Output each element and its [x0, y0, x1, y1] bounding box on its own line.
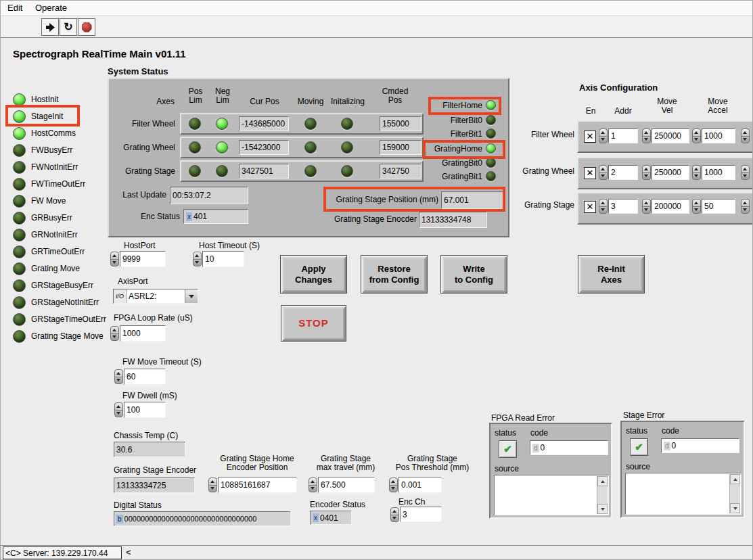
digital-status-indicator: b00000000000000000000000000000000	[114, 511, 291, 526]
scroll-down-icon[interactable]	[730, 503, 740, 513]
col-header-neg-lim: Neg Lim	[211, 87, 234, 105]
en-checkbox-grating-stage[interactable]	[584, 201, 596, 213]
fpga-source-indicator[interactable]	[494, 475, 609, 515]
scroll-up-icon[interactable]	[730, 474, 740, 484]
fw-dwell-spinner[interactable]	[114, 402, 123, 417]
en-checkbox-filter-wheel[interactable]	[584, 131, 596, 143]
led-hostcomms	[13, 127, 26, 140]
labview-front-panel: Edit Operate ↻ Spectrograph RealTime Mai…	[0, 0, 753, 560]
move-accel-input[interactable]: 1000	[702, 129, 735, 143]
abort-button[interactable]	[78, 18, 95, 36]
system-status-title: System Status	[108, 67, 168, 76]
led-grstagenotiniterr	[13, 296, 26, 309]
abort-icon	[82, 22, 92, 32]
enc-ch-spinner[interactable]	[390, 507, 399, 522]
fpga-code-label: code	[530, 429, 548, 438]
move-accel-spinner[interactable]	[692, 165, 701, 180]
move-accel-input[interactable]: 50	[702, 199, 735, 214]
col-header-initalizing: Initalizing	[326, 97, 369, 106]
gs-cur-pos-indicator: 3427501	[239, 164, 289, 179]
run-button[interactable]	[41, 18, 59, 36]
addr-spinner[interactable]	[599, 165, 608, 180]
stage-source-indicator[interactable]	[625, 473, 741, 515]
fpga-status-indicator: ✔	[499, 440, 517, 458]
led-gs-moving	[304, 165, 317, 177]
led-gw-neg-lim	[216, 141, 228, 154]
stage-code-label: code	[662, 427, 679, 436]
row-label-grating-stage: Grating Stage	[108, 167, 175, 176]
addr-input[interactable]: 2	[608, 165, 638, 180]
last-update-label: Last Update	[112, 191, 166, 200]
gs-home-encoder-input[interactable]: 10885161687	[218, 477, 297, 493]
fw-move-timeout-input[interactable]: 60	[124, 369, 166, 385]
led-label: StageInit	[31, 112, 63, 121]
scrollbar[interactable]	[729, 474, 740, 513]
run-continuous-icon: ↻	[64, 22, 72, 32]
fpga-loop-rate-spinner[interactable]	[110, 326, 119, 341]
fw-dwell-input[interactable]: 100	[124, 402, 166, 418]
scroll-left-icon[interactable]: <	[126, 547, 131, 557]
addr-input[interactable]: 1	[608, 129, 638, 143]
move-vel-spinner[interactable]	[642, 199, 651, 214]
move-vel-spinner[interactable]	[642, 165, 651, 180]
en-checkbox-grating-wheel[interactable]	[584, 167, 596, 179]
fpga-loop-rate-input[interactable]: 1000	[120, 325, 166, 342]
extra-spinner[interactable]	[741, 129, 750, 143]
restore-from-config-button[interactable]: Restore from Config	[361, 255, 428, 294]
gs-pos-threshold-spinner[interactable]	[389, 477, 398, 492]
gs-max-travel-spinner[interactable]	[309, 477, 317, 492]
menu-operate[interactable]: Operate	[35, 3, 67, 13]
led-fwnotiniterr	[13, 161, 26, 174]
scroll-down-icon[interactable]	[597, 504, 608, 514]
fw-cur-pos-indicator: -143685000	[239, 116, 289, 131]
move-accel-spinner[interactable]	[692, 129, 701, 143]
apply-changes-button[interactable]: Apply Changes	[280, 255, 347, 294]
visa-io-icon: I/O	[114, 289, 127, 303]
stop-button[interactable]: STOP	[281, 305, 346, 342]
scrollbar[interactable]	[597, 476, 608, 514]
write-to-config-button[interactable]: Write to Config	[440, 255, 507, 294]
col-header-moving: Moving	[292, 97, 329, 106]
move-vel-spinner[interactable]	[642, 129, 651, 143]
gs-pos-threshold-input[interactable]: 0.001	[398, 477, 442, 493]
led-gratingbit1	[486, 171, 496, 181]
stage-source-label: source	[626, 463, 650, 471]
axisport-combo[interactable]: I/O ASRL2:	[113, 289, 198, 304]
run-icon	[45, 22, 55, 32]
chassis-temp-indicator: 30.6	[114, 442, 185, 457]
extra-spinner[interactable]	[741, 199, 750, 214]
row-label-grating-wheel: Grating Wheel	[108, 143, 175, 152]
page-title: Spectrograph RealTime Main v01.11	[13, 48, 186, 60]
chevron-down-icon[interactable]	[185, 289, 198, 303]
fw-move-timeout-spinner[interactable]	[114, 369, 123, 384]
move-vel-input[interactable]: 200000	[652, 199, 689, 214]
led-label: GRStageTimeOutErr	[31, 315, 106, 324]
extra-spinner[interactable]	[741, 165, 750, 180]
hostport-spinner[interactable]	[110, 252, 119, 266]
addr-spinner[interactable]	[599, 129, 608, 143]
fw-move-timeout-label: FW Move Timeout (S)	[122, 358, 202, 367]
radix-decimal: d	[532, 444, 539, 452]
scroll-up-icon[interactable]	[597, 476, 608, 486]
host-timeout-input[interactable]: 10	[202, 251, 244, 267]
bit-label-gratingbit1: GratingBit1	[415, 172, 482, 181]
gs-max-travel-input[interactable]: 67.500	[318, 477, 375, 493]
host-timeout-spinner[interactable]	[193, 252, 202, 266]
reinit-axes-button[interactable]: Re-Init Axes	[578, 255, 645, 294]
move-accel-spinner[interactable]	[692, 199, 701, 214]
run-continuous-button[interactable]: ↻	[60, 18, 77, 36]
stage-status-indicator: ✔	[630, 438, 648, 456]
addr-spinner[interactable]	[599, 199, 608, 214]
enc-ch-input[interactable]: 3	[400, 507, 442, 522]
gs-home-encoder-spinner[interactable]	[208, 477, 217, 492]
last-update-indicator: 00:53:07.2	[170, 187, 248, 204]
menu-edit[interactable]: Edit	[7, 3, 22, 13]
move-vel-input[interactable]: 250000	[652, 129, 689, 143]
led-label: GRBusyErr	[31, 214, 72, 223]
led-gw-pos-lim	[189, 141, 201, 154]
hostport-input[interactable]: 9999	[120, 251, 166, 267]
addr-input[interactable]: 3	[608, 199, 638, 214]
move-accel-input[interactable]: 1000	[702, 165, 735, 180]
move-vel-input[interactable]: 250000	[652, 165, 689, 180]
gs-max-travel-label: Grating Stage max travel (mm)	[311, 454, 381, 472]
